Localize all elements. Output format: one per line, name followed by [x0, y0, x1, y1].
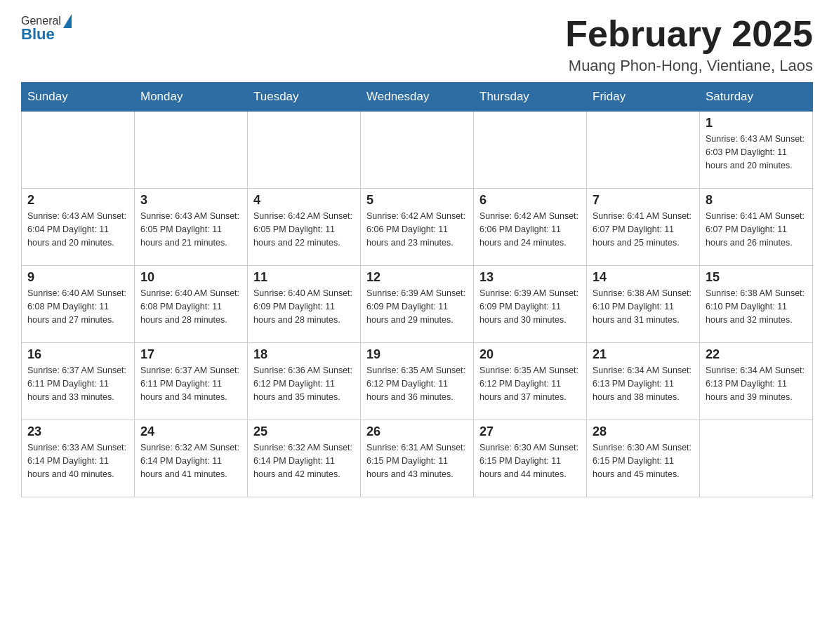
day-number: 12 — [366, 270, 468, 285]
day-number: 2 — [27, 193, 128, 208]
day-number: 5 — [366, 193, 468, 208]
location-subtitle: Muang Phon-Hong, Vientiane, Laos — [565, 57, 813, 75]
calendar-cell — [22, 112, 135, 189]
day-number: 17 — [140, 347, 241, 362]
day-info: Sunrise: 6:32 AM Sunset: 6:14 PM Dayligh… — [140, 441, 241, 481]
day-info: Sunrise: 6:40 AM Sunset: 6:08 PM Dayligh… — [140, 287, 241, 326]
day-info: Sunrise: 6:39 AM Sunset: 6:09 PM Dayligh… — [479, 287, 581, 326]
day-number: 4 — [253, 193, 355, 208]
day-info: Sunrise: 6:38 AM Sunset: 6:10 PM Dayligh… — [593, 287, 694, 326]
day-number: 28 — [593, 424, 694, 439]
week-row-1: 1Sunrise: 6:43 AM Sunset: 6:03 PM Daylig… — [22, 112, 813, 189]
calendar-table: SundayMondayTuesdayWednesdayThursdayFrid… — [21, 82, 813, 497]
calendar-cell — [135, 112, 248, 189]
day-info: Sunrise: 6:42 AM Sunset: 6:06 PM Dayligh… — [479, 210, 581, 249]
calendar-cell — [700, 420, 813, 497]
calendar-cell: 19Sunrise: 6:35 AM Sunset: 6:12 PM Dayli… — [361, 343, 474, 420]
day-info: Sunrise: 6:43 AM Sunset: 6:05 PM Dayligh… — [140, 210, 241, 249]
day-number: 21 — [593, 347, 694, 362]
day-number: 6 — [479, 193, 581, 208]
calendar-cell: 2Sunrise: 6:43 AM Sunset: 6:04 PM Daylig… — [22, 189, 135, 266]
day-number: 16 — [27, 347, 128, 362]
calendar-cell: 12Sunrise: 6:39 AM Sunset: 6:09 PM Dayli… — [361, 266, 474, 343]
calendar-cell: 24Sunrise: 6:32 AM Sunset: 6:14 PM Dayli… — [135, 420, 248, 497]
calendar-cell: 20Sunrise: 6:35 AM Sunset: 6:12 PM Dayli… — [474, 343, 587, 420]
weekday-header-friday: Friday — [587, 83, 700, 112]
weekday-header-tuesday: Tuesday — [248, 83, 361, 112]
day-info: Sunrise: 6:31 AM Sunset: 6:15 PM Dayligh… — [366, 441, 468, 481]
day-info: Sunrise: 6:30 AM Sunset: 6:15 PM Dayligh… — [593, 441, 694, 481]
title-block: February 2025 Muang Phon-Hong, Vientiane… — [565, 14, 813, 75]
day-number: 3 — [140, 193, 241, 208]
calendar-cell: 13Sunrise: 6:39 AM Sunset: 6:09 PM Dayli… — [474, 266, 587, 343]
day-info: Sunrise: 6:36 AM Sunset: 6:12 PM Dayligh… — [253, 364, 355, 403]
day-number: 27 — [479, 424, 581, 439]
day-number: 11 — [253, 270, 355, 285]
day-number: 8 — [706, 193, 807, 208]
day-info: Sunrise: 6:34 AM Sunset: 6:13 PM Dayligh… — [593, 364, 694, 403]
week-row-4: 16Sunrise: 6:37 AM Sunset: 6:11 PM Dayli… — [22, 343, 813, 420]
day-number: 19 — [366, 347, 468, 362]
day-info: Sunrise: 6:33 AM Sunset: 6:14 PM Dayligh… — [27, 441, 128, 481]
day-info: Sunrise: 6:43 AM Sunset: 6:03 PM Dayligh… — [706, 133, 807, 172]
calendar-cell: 22Sunrise: 6:34 AM Sunset: 6:13 PM Dayli… — [700, 343, 813, 420]
day-info: Sunrise: 6:40 AM Sunset: 6:09 PM Dayligh… — [253, 287, 355, 326]
day-number: 10 — [140, 270, 241, 285]
day-number: 1 — [706, 116, 807, 130]
day-number: 15 — [706, 270, 807, 285]
calendar-cell: 17Sunrise: 6:37 AM Sunset: 6:11 PM Dayli… — [135, 343, 248, 420]
day-info: Sunrise: 6:35 AM Sunset: 6:12 PM Dayligh… — [479, 364, 581, 403]
calendar-cell — [361, 112, 474, 189]
day-info: Sunrise: 6:34 AM Sunset: 6:13 PM Dayligh… — [706, 364, 807, 403]
calendar-cell: 8Sunrise: 6:41 AM Sunset: 6:07 PM Daylig… — [700, 189, 813, 266]
weekday-header-row: SundayMondayTuesdayWednesdayThursdayFrid… — [22, 83, 813, 112]
week-row-5: 23Sunrise: 6:33 AM Sunset: 6:14 PM Dayli… — [22, 420, 813, 497]
calendar-cell — [587, 112, 700, 189]
calendar-cell: 16Sunrise: 6:37 AM Sunset: 6:11 PM Dayli… — [22, 343, 135, 420]
week-row-2: 2Sunrise: 6:43 AM Sunset: 6:04 PM Daylig… — [22, 189, 813, 266]
calendar-cell: 5Sunrise: 6:42 AM Sunset: 6:06 PM Daylig… — [361, 189, 474, 266]
day-info: Sunrise: 6:32 AM Sunset: 6:14 PM Dayligh… — [253, 441, 355, 481]
calendar-cell: 6Sunrise: 6:42 AM Sunset: 6:06 PM Daylig… — [474, 189, 587, 266]
day-info: Sunrise: 6:38 AM Sunset: 6:10 PM Dayligh… — [706, 287, 807, 326]
calendar-cell: 18Sunrise: 6:36 AM Sunset: 6:12 PM Dayli… — [248, 343, 361, 420]
day-info: Sunrise: 6:35 AM Sunset: 6:12 PM Dayligh… — [366, 364, 468, 403]
calendar-cell: 26Sunrise: 6:31 AM Sunset: 6:15 PM Dayli… — [361, 420, 474, 497]
day-info: Sunrise: 6:42 AM Sunset: 6:06 PM Dayligh… — [366, 210, 468, 249]
day-info: Sunrise: 6:42 AM Sunset: 6:05 PM Dayligh… — [253, 210, 355, 249]
day-number: 7 — [593, 193, 694, 208]
weekday-header-monday: Monday — [135, 83, 248, 112]
day-info: Sunrise: 6:37 AM Sunset: 6:11 PM Dayligh… — [140, 364, 241, 403]
calendar-cell: 21Sunrise: 6:34 AM Sunset: 6:13 PM Dayli… — [587, 343, 700, 420]
day-number: 23 — [27, 424, 128, 439]
calendar-cell — [248, 112, 361, 189]
month-title: February 2025 — [565, 14, 813, 54]
calendar-cell: 4Sunrise: 6:42 AM Sunset: 6:05 PM Daylig… — [248, 189, 361, 266]
calendar-cell: 10Sunrise: 6:40 AM Sunset: 6:08 PM Dayli… — [135, 266, 248, 343]
logo-blue-text: Blue — [21, 25, 55, 43]
day-number: 13 — [479, 270, 581, 285]
weekday-header-wednesday: Wednesday — [361, 83, 474, 112]
calendar-cell: 25Sunrise: 6:32 AM Sunset: 6:14 PM Dayli… — [248, 420, 361, 497]
calendar-cell: 9Sunrise: 6:40 AM Sunset: 6:08 PM Daylig… — [22, 266, 135, 343]
calendar-cell: 1Sunrise: 6:43 AM Sunset: 6:03 PM Daylig… — [700, 112, 813, 189]
day-info: Sunrise: 6:40 AM Sunset: 6:08 PM Dayligh… — [27, 287, 128, 326]
calendar-cell: 27Sunrise: 6:30 AM Sunset: 6:15 PM Dayli… — [474, 420, 587, 497]
day-number: 20 — [479, 347, 581, 362]
day-info: Sunrise: 6:43 AM Sunset: 6:04 PM Dayligh… — [27, 210, 128, 249]
day-info: Sunrise: 6:37 AM Sunset: 6:11 PM Dayligh… — [27, 364, 128, 403]
day-number: 26 — [366, 424, 468, 439]
weekday-header-thursday: Thursday — [474, 83, 587, 112]
day-number: 14 — [593, 270, 694, 285]
calendar-cell: 15Sunrise: 6:38 AM Sunset: 6:10 PM Dayli… — [700, 266, 813, 343]
week-row-3: 9Sunrise: 6:40 AM Sunset: 6:08 PM Daylig… — [22, 266, 813, 343]
logo: General Blue — [21, 14, 72, 43]
calendar-cell: 7Sunrise: 6:41 AM Sunset: 6:07 PM Daylig… — [587, 189, 700, 266]
day-number: 18 — [253, 347, 355, 362]
day-number: 9 — [27, 270, 128, 285]
day-info: Sunrise: 6:39 AM Sunset: 6:09 PM Dayligh… — [366, 287, 468, 326]
calendar-cell — [474, 112, 587, 189]
calendar-cell: 28Sunrise: 6:30 AM Sunset: 6:15 PM Dayli… — [587, 420, 700, 497]
page-header: General Blue February 2025 Muang Phon-Ho… — [21, 14, 813, 75]
calendar-cell: 14Sunrise: 6:38 AM Sunset: 6:10 PM Dayli… — [587, 266, 700, 343]
